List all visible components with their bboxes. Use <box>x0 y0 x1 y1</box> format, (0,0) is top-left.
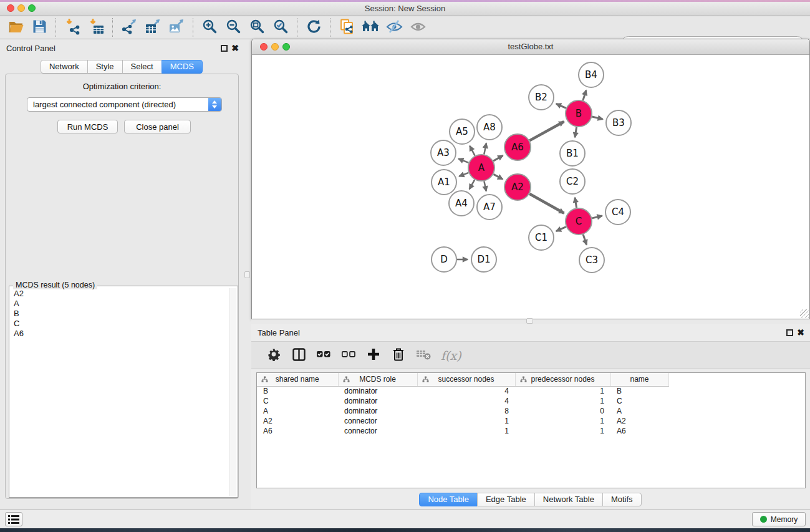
float-panel-icon[interactable] <box>786 329 793 336</box>
vertical-split-divider[interactable] <box>244 39 251 510</box>
delete-button[interactable] <box>386 344 411 367</box>
deselect-all-button[interactable] <box>336 344 361 367</box>
delete-table-button[interactable] <box>411 344 436 367</box>
zoom-fit-button[interactable] <box>245 17 269 37</box>
table-cell[interactable]: B <box>610 386 668 396</box>
graph-node-C3[interactable]: C3 <box>579 248 604 273</box>
graph-edge-A2-C[interactable] <box>529 194 564 213</box>
result-scrollbar[interactable] <box>229 288 236 496</box>
graph-node-B1[interactable]: B1 <box>560 141 585 166</box>
graph-edge-A-A1[interactable] <box>459 173 468 177</box>
result-item-a6[interactable]: A6 <box>10 329 229 339</box>
select-all-button[interactable] <box>311 344 336 367</box>
table-cell[interactable]: 1 <box>515 386 610 396</box>
graph-edge-A6-B[interactable] <box>529 122 564 140</box>
graph-edge-B-B4[interactable] <box>583 90 586 100</box>
column-header-MCDS-role[interactable]: MCDS role <box>338 373 417 386</box>
import-table-button[interactable] <box>84 17 108 37</box>
tab-network-table[interactable]: Network Table <box>534 493 603 506</box>
network-window-titlebar[interactable]: testGlobe.txt <box>252 39 809 55</box>
table-cell[interactable]: 1 <box>417 426 515 436</box>
graph-edge-A-A8[interactable] <box>484 143 486 155</box>
save-session-button[interactable] <box>27 17 51 37</box>
table-row[interactable]: Adominator80A <box>257 406 668 416</box>
graph-edge-C-C1[interactable] <box>556 227 566 231</box>
graph-edge-A-A6[interactable] <box>493 155 503 161</box>
graph-edge-B-B3[interactable] <box>592 117 602 119</box>
resize-grip-icon[interactable] <box>800 309 809 318</box>
tab-select[interactable]: Select <box>122 60 162 74</box>
table-row[interactable]: A2connector11A2 <box>257 416 668 426</box>
close-panel-icon[interactable]: ✖ <box>231 43 239 53</box>
close-panel-icon[interactable]: ✖ <box>797 327 804 337</box>
graph-edge-B-B2[interactable] <box>556 104 566 108</box>
table-cell[interactable]: A6 <box>257 426 338 436</box>
graph-edge-A-A5[interactable] <box>470 146 475 156</box>
close-window-button[interactable] <box>7 4 14 12</box>
export-image-button[interactable] <box>165 17 188 37</box>
task-history-button[interactable] <box>5 512 22 526</box>
tab-style[interactable]: Style <box>87 60 123 74</box>
tab-network[interactable]: Network <box>41 60 88 74</box>
table-cell[interactable]: dominator <box>338 406 417 416</box>
tab-mcds[interactable]: MCDS <box>162 60 203 74</box>
table-cell[interactable]: connector <box>338 416 417 426</box>
column-header-shared-name[interactable]: shared name <box>257 373 338 386</box>
network-canvas[interactable]: B4B2BB3A8A5A6A3B1AA1C2A2A4A7C4CC1DD1C3 <box>253 56 809 319</box>
graph-node-A7[interactable]: A7 <box>477 195 502 220</box>
divider-handle[interactable] <box>244 271 250 278</box>
result-item-a2[interactable]: A2 <box>10 289 229 299</box>
function-builder-button[interactable]: f(x) <box>441 349 461 362</box>
graph-node-A1[interactable]: A1 <box>432 170 456 195</box>
column-header-name[interactable]: name <box>610 373 668 386</box>
horizontal-split-divider[interactable] <box>251 319 810 324</box>
new-network-from-selection-button[interactable] <box>335 17 359 37</box>
table-cell[interactable]: connector <box>338 426 417 436</box>
graph-node-C[interactable]: C <box>566 208 592 235</box>
graph-edge-A-A3[interactable] <box>458 159 468 163</box>
divider-handle[interactable] <box>526 318 533 324</box>
network-close-button[interactable] <box>260 43 268 51</box>
graph-node-B3[interactable]: B3 <box>606 110 631 135</box>
graph-edge-A-A2[interactable] <box>493 174 503 179</box>
tab-motifs[interactable]: Motifs <box>602 493 642 506</box>
column-header-predecessor-nodes[interactable]: predecessor nodes <box>515 373 610 386</box>
show-all-button[interactable] <box>406 17 430 37</box>
memory-button[interactable]: Memory <box>752 512 806 526</box>
table-cell[interactable]: A <box>610 406 668 416</box>
table-cell[interactable]: A2 <box>257 416 338 426</box>
tab-node-table[interactable]: Node Table <box>419 493 478 506</box>
import-network-button[interactable] <box>60 17 84 37</box>
table-cell[interactable]: 1 <box>417 416 515 426</box>
network-zoom-button[interactable] <box>282 43 290 51</box>
table-cell[interactable]: A6 <box>610 426 668 436</box>
table-row[interactable]: Cdominator41C <box>257 396 668 406</box>
graph-node-A8[interactable]: A8 <box>477 115 502 140</box>
table-cell[interactable]: B <box>257 386 338 396</box>
open-session-button[interactable] <box>4 17 27 37</box>
close-panel-button[interactable]: Close panel <box>124 120 191 133</box>
graph-node-C2[interactable]: C2 <box>560 169 585 194</box>
network-minimize-button[interactable] <box>271 43 279 51</box>
graph-node-C4[interactable]: C4 <box>605 200 630 225</box>
graph-node-A3[interactable]: A3 <box>431 140 456 165</box>
graph-edge-A-A7[interactable] <box>484 181 486 191</box>
titlebar[interactable]: Session: New Session <box>0 2 810 16</box>
table-cell[interactable]: 8 <box>417 406 515 416</box>
export-table-button[interactable] <box>141 17 165 37</box>
result-item-a[interactable]: A <box>10 299 229 309</box>
graph-edge-B-B1[interactable] <box>575 127 577 138</box>
add-button[interactable] <box>361 344 386 367</box>
column-button[interactable] <box>286 344 311 367</box>
table-cell[interactable]: A2 <box>610 416 668 426</box>
graph-node-A4[interactable]: A4 <box>449 191 474 216</box>
table-row[interactable]: Bdominator41B <box>257 386 668 396</box>
graph-node-B2[interactable]: B2 <box>529 85 554 110</box>
export-network-button[interactable] <box>117 17 141 37</box>
run-mcds-button[interactable]: Run MCDS <box>57 120 118 133</box>
graph-node-C1[interactable]: C1 <box>529 225 554 250</box>
tab-edge-table[interactable]: Edge Table <box>477 493 535 506</box>
table-cell[interactable]: C <box>257 396 338 406</box>
graph-node-D1[interactable]: D1 <box>471 247 496 272</box>
table-cell[interactable]: C <box>610 396 668 406</box>
